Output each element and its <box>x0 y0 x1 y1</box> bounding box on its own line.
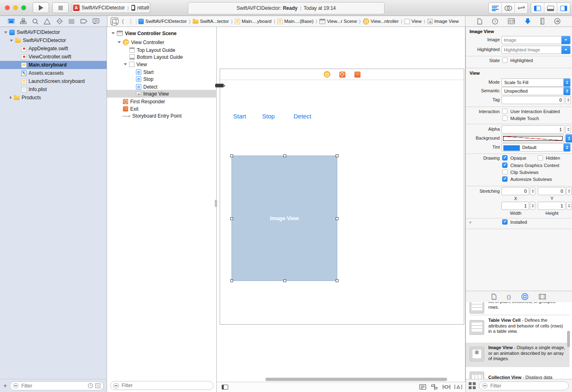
stretching-x-stepper[interactable] <box>530 187 535 195</box>
installed-checkbox[interactable] <box>502 219 507 225</box>
symbol-navigator-icon[interactable] <box>20 18 27 24</box>
tag-input[interactable] <box>502 96 564 104</box>
canvas-horizontal-scrollbar[interactable] <box>265 378 447 381</box>
nav-row-appdelegate[interactable]: AppDelegate.swift <box>0 45 107 53</box>
breadcrumb-scene[interactable]: View...r Scene <box>319 19 357 24</box>
stretching-x-field[interactable] <box>501 187 529 195</box>
close-window-button[interactable] <box>5 5 10 10</box>
resize-handle-middle-left[interactable] <box>230 217 233 220</box>
related-items-icon[interactable] <box>111 18 118 25</box>
breadcrumb-storyboard-base[interactable]: Main....(Base) <box>277 19 314 24</box>
outline-row-scene[interactable]: View Controller Scene <box>107 29 217 37</box>
first-responder-icon[interactable] <box>339 71 345 78</box>
nav-row-infoplist[interactable]: Info.plist <box>0 85 107 94</box>
resize-handle-bottom-center[interactable] <box>283 279 286 282</box>
stretching-y-stepper[interactable] <box>566 187 572 195</box>
library-grid-view-icon[interactable] <box>469 382 476 389</box>
toggle-inspector-button[interactable] <box>557 3 570 13</box>
canvas-detect-button[interactable]: Detect <box>294 113 311 120</box>
background-color-well[interactable] <box>501 134 564 143</box>
code-snippet-library-icon[interactable]: { } <box>507 294 511 300</box>
file-template-library-icon[interactable] <box>492 294 496 300</box>
library-item-collection-view[interactable]: Collection View - Displays data <box>465 368 570 379</box>
stretching-y-field[interactable] <box>538 187 565 195</box>
navigator-filter-input[interactable] <box>20 383 86 389</box>
resize-handle-top-center[interactable] <box>283 154 286 157</box>
media-library-icon[interactable] <box>539 294 546 299</box>
disclosure-down-icon[interactable] <box>124 63 127 65</box>
stretching-x-input[interactable] <box>502 187 529 195</box>
view-controller-icon[interactable] <box>324 71 330 78</box>
stretching-height-input[interactable] <box>538 202 565 209</box>
image-input[interactable] <box>502 36 570 44</box>
project-navigator-icon[interactable] <box>8 18 15 24</box>
navigator-filter-field[interactable] <box>10 381 104 390</box>
outline-row-view-controller[interactable]: View Controller <box>107 38 217 46</box>
resolve-issues-icon[interactable] <box>454 384 462 390</box>
canvas-start-button[interactable]: Start <box>233 113 246 120</box>
outline-row-stop-button[interactable]: Stop <box>107 75 217 83</box>
multiple-touch-checkbox[interactable] <box>502 116 507 121</box>
stretching-y-input[interactable] <box>538 187 565 195</box>
background-popup-button[interactable] <box>565 134 572 143</box>
disclosure-down-icon[interactable] <box>4 31 7 33</box>
library-scrollbar[interactable] <box>567 331 570 347</box>
align-icon[interactable] <box>431 384 438 390</box>
canvas-image-view[interactable]: Image View <box>231 156 337 281</box>
version-editor-button[interactable] <box>515 3 527 13</box>
alpha-field[interactable] <box>501 125 564 134</box>
library-item-table-view[interactable]: list of plain, sectioned, or grouped row… <box>465 302 570 315</box>
library-item-table-view-cell[interactable]: Table View Cell - Defines the attributes… <box>465 315 570 342</box>
stop-button[interactable] <box>52 2 69 13</box>
back-button[interactable]: ⟨ <box>120 18 126 24</box>
report-navigator-icon[interactable] <box>93 18 99 24</box>
stretching-height-field[interactable] <box>538 202 565 210</box>
canvas-stop-button[interactable]: Stop <box>262 113 275 120</box>
stretching-width-field[interactable] <box>501 202 529 210</box>
resize-handle-middle-right[interactable] <box>336 217 338 220</box>
highlighted-input[interactable] <box>502 46 570 53</box>
breadcrumb-image-view[interactable]: Image View <box>427 19 459 24</box>
tag-field[interactable] <box>501 96 564 104</box>
run-button[interactable] <box>33 2 49 13</box>
assistant-editor-button[interactable] <box>502 3 515 13</box>
nav-row-products[interactable]: Products <box>0 94 107 102</box>
hidden-checkbox[interactable] <box>538 155 543 160</box>
embed-in-stack-icon[interactable] <box>419 384 427 390</box>
user-interaction-checkbox[interactable] <box>502 109 507 114</box>
disclosure-right-icon[interactable] <box>10 96 12 99</box>
view-controller-frame[interactable]: Start Stop Detect Image View <box>220 69 464 325</box>
disclosure-down-icon[interactable] <box>118 41 121 43</box>
tag-stepper[interactable] <box>565 96 571 104</box>
nav-row-project[interactable]: SwiftAVFCIDetector <box>0 28 107 36</box>
pin-constraints-icon[interactable] <box>443 384 450 390</box>
outline-row-image-view[interactable]: Image View <box>107 90 217 98</box>
nav-row-launchscreen[interactable]: LaunchScreen.storyboard <box>0 77 107 85</box>
clip-subviews-checkbox[interactable] <box>502 169 507 175</box>
stretching-width-input[interactable] <box>502 202 529 209</box>
test-navigator-icon[interactable] <box>56 18 63 24</box>
disclosure-down-icon[interactable] <box>10 40 13 42</box>
forward-button[interactable]: ⟩ <box>127 18 134 24</box>
scheme-selector[interactable]: A SwiftAVFCIDetector ⟩ nitta9 <box>72 2 150 13</box>
breadcrumb-group[interactable]: SwiftA...tector <box>193 19 229 24</box>
zoom-window-button[interactable] <box>21 5 26 10</box>
outline-row-bottom-layout-guide[interactable]: Bottom Layout Guide <box>107 53 217 61</box>
object-library-icon[interactable] <box>521 293 528 300</box>
nav-row-viewcontroller[interactable]: ViewController.swift <box>0 53 107 61</box>
debug-navigator-icon[interactable] <box>68 19 75 24</box>
nav-row-main-storyboard[interactable]: Main.storyboard <box>0 61 107 69</box>
library-item-image-view[interactable]: Image View - Displays a single image, or… <box>465 343 570 367</box>
state-highlighted-checkbox[interactable] <box>502 58 507 63</box>
breadcrumb-storyboard[interactable]: Main....yboard <box>235 19 272 24</box>
library-filter-field[interactable] <box>479 381 569 390</box>
toggle-navigator-button[interactable] <box>531 3 544 13</box>
disclosure-down-icon[interactable] <box>111 32 115 34</box>
semantic-popup[interactable]: Unspecified <box>501 87 570 95</box>
outline-row-view[interactable]: View <box>107 60 217 68</box>
breakpoint-navigator-icon[interactable] <box>80 19 87 24</box>
pane-splitter-handle[interactable] <box>215 200 217 207</box>
dropdown-icon[interactable] <box>561 46 570 54</box>
mode-popup[interactable]: Scale To Fill <box>501 78 570 87</box>
nav-row-group[interactable]: SwiftAVFCIDetector <box>0 36 107 45</box>
